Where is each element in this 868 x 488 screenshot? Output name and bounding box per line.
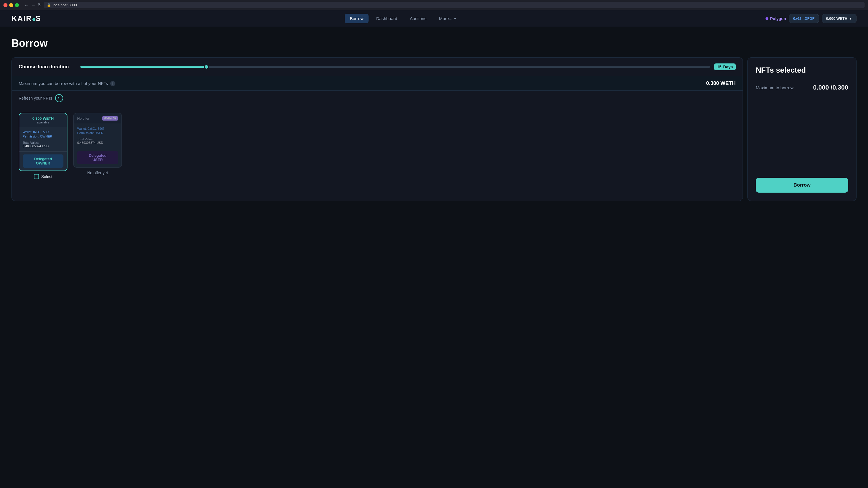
nft-card-1[interactable]: 0.300 WETH available Wallet: 0x6C...596f…	[19, 113, 67, 171]
nft-grid: 0.300 WETH available Wallet: 0x6C...596f…	[12, 106, 743, 186]
page-content: Borrow Choose loan duration 15 Days	[0, 27, 868, 211]
slider-thumb	[204, 64, 209, 69]
left-panel: Choose loan duration 15 Days Maximum you…	[11, 57, 743, 201]
forward-btn[interactable]: →	[31, 3, 36, 8]
nft-select-label-1: Select	[41, 174, 53, 179]
reload-btn[interactable]: ↻	[38, 2, 42, 8]
loan-duration-slider[interactable]	[81, 66, 710, 68]
loan-duration-row: Choose loan duration 15 Days	[12, 58, 743, 77]
max-to-borrow-value: 0.000 /0.300	[813, 84, 848, 91]
browser-controls	[3, 3, 19, 7]
slider-fill	[81, 66, 206, 68]
lock-icon: 🔒	[47, 3, 51, 7]
nft-total-1: Total Value: 0.489305374 USD	[23, 141, 63, 148]
nft-card-2-header: No offer Wallet 32	[74, 113, 121, 123]
page-title: Borrow	[11, 37, 857, 50]
slider-container: 15 Days	[81, 63, 736, 70]
max-to-borrow-label: Maximum to borrow	[756, 85, 794, 90]
refresh-button[interactable]: ↻	[55, 94, 63, 102]
nft-card-2[interactable]: No offer Wallet 32 Wallet: 0x6C...596f P…	[73, 113, 122, 167]
loan-duration-label: Choose loan duration	[19, 64, 69, 70]
borrow-stats: Maximum to borrow 0.000 /0.300	[756, 84, 848, 91]
close-browser-btn[interactable]	[3, 3, 7, 7]
maximize-browser-btn[interactable]	[15, 3, 19, 7]
nft-card-1-body: Wallet: 0x6C...596f Permission: OWNER To…	[19, 127, 67, 151]
no-offer-label-2: No offer yet	[87, 171, 108, 175]
nft-card-container-1: 0.300 WETH available Wallet: 0x6C...596f…	[19, 113, 67, 179]
nav-links: Borrow Dashboard Auctions More... ▼	[345, 14, 462, 23]
logo-dot	[32, 18, 35, 21]
right-panel: NFTs selected Maximum to borrow 0.000 /0…	[747, 57, 857, 201]
chevron-down-icon: ▼	[454, 17, 457, 20]
nft-card-1-footer: Delegated OWNER	[19, 151, 67, 171]
info-icon[interactable]: i	[110, 81, 115, 86]
nft-card-1-header: 0.300 WETH available	[19, 113, 67, 127]
nft-card-2-footer: Delegated USER	[74, 148, 121, 167]
navbar: KAIRS Borrow Dashboard Auctions More... …	[0, 10, 868, 27]
refresh-row: Refresh your NFTs ↻	[12, 91, 743, 106]
back-btn[interactable]: ←	[24, 3, 29, 8]
nft-select-checkbox-1[interactable]	[34, 174, 39, 179]
delegated-badge-1: Delegated OWNER	[23, 154, 63, 167]
nav-dashboard[interactable]: Dashboard	[371, 14, 402, 23]
chevron-down-icon-2: ▼	[849, 17, 852, 20]
main-layout: Choose loan duration 15 Days Maximum you…	[11, 57, 857, 201]
logo: KAIRS	[11, 14, 41, 23]
network-badge: Polygon	[766, 17, 786, 21]
nft-total-2: Total Value: 0.489305374 USD	[77, 138, 118, 144]
weth-button[interactable]: 0.000 WETH ▼	[822, 14, 857, 23]
nft-wallet-1: Wallet: 0x6C...596f	[23, 130, 63, 134]
minimize-browser-btn[interactable]	[9, 3, 13, 7]
nft-card-container-2: No offer Wallet 32 Wallet: 0x6C...596f P…	[73, 113, 122, 179]
wallet-tag-2: Wallet 32	[102, 116, 118, 121]
nav-more[interactable]: More... ▼	[434, 14, 462, 23]
wallet-button[interactable]: 0x62...DFDF	[789, 14, 818, 23]
max-borrow-value: 0.300 WETH	[706, 80, 736, 86]
address-bar[interactable]: 🔒 localhost:3000	[44, 2, 865, 8]
right-panel-title: NFTs selected	[756, 66, 848, 74]
borrow-action-button[interactable]: Borrow	[756, 178, 848, 193]
nft-select-row-1: Select	[34, 174, 53, 179]
max-to-borrow-row: Maximum to borrow 0.000 /0.300	[756, 84, 848, 91]
nft-permission-2: Permission: USER	[77, 131, 118, 134]
nft-permission-1: Permission: OWNER	[23, 134, 63, 138]
nft-wallet-2: Wallet: 0x6C...596f	[77, 127, 118, 130]
nav-borrow[interactable]: Borrow	[345, 14, 369, 23]
max-borrow-label: Maximum you can borrow with all of your …	[19, 81, 115, 86]
max-borrow-row: Maximum you can borrow with all of your …	[12, 77, 743, 91]
url-text: localhost:3000	[53, 3, 77, 7]
nav-auctions[interactable]: Auctions	[405, 14, 432, 23]
nav-right: Polygon 0x62...DFDF 0.000 WETH ▼	[766, 14, 857, 23]
polygon-dot	[766, 17, 768, 20]
delegated-badge-2: Delegated USER	[77, 151, 118, 164]
days-badge: 15 Days	[714, 63, 736, 70]
nft-card-2-body: Wallet: 0x6C...596f Permission: USER Tot…	[74, 123, 121, 148]
refresh-label: Refresh your NFTs	[19, 96, 52, 100]
browser-chrome: ← → ↻ 🔒 localhost:3000	[0, 0, 868, 10]
